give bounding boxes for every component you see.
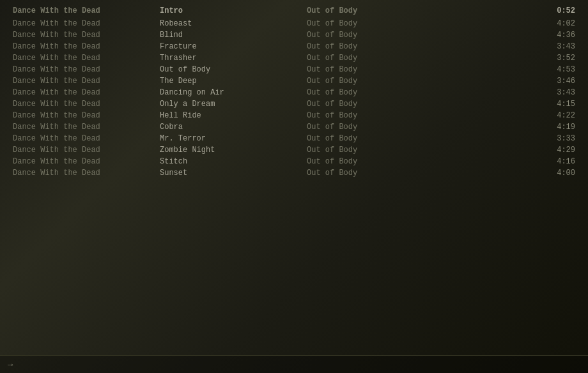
track-duration: 3:33 (454, 134, 575, 143)
track-album: Out of Body (307, 134, 454, 143)
track-artist: Dance With the Dead (13, 88, 160, 97)
track-row[interactable]: Dance With the Dead Mr. Terror Out of Bo… (0, 133, 588, 144)
track-duration: 4:16 (454, 157, 575, 166)
track-album: Out of Body (307, 100, 454, 109)
track-album: Out of Body (307, 169, 454, 178)
track-title: Thrasher (160, 54, 307, 63)
track-row[interactable]: Dance With the Dead Robeast Out of Body … (0, 18, 588, 29)
track-duration: 4:02 (454, 19, 575, 28)
track-title: Out of Body (160, 65, 307, 74)
track-title: Hell Ride (160, 111, 307, 120)
track-title: Dancing on Air (160, 88, 307, 97)
track-row[interactable]: Dance With the Dead Zombie Night Out of … (0, 144, 588, 156)
track-duration: 3:43 (454, 42, 575, 51)
header-artist: Dance With the Dead (13, 6, 160, 15)
track-artist: Dance With the Dead (13, 157, 160, 166)
arrow-icon: → (8, 360, 13, 370)
track-album: Out of Body (307, 77, 454, 86)
track-row[interactable]: Dance With the Dead Hell Ride Out of Bod… (0, 110, 588, 121)
track-album: Out of Body (307, 111, 454, 120)
track-duration: 4:15 (454, 100, 575, 109)
track-artist: Dance With the Dead (13, 31, 160, 40)
track-album: Out of Body (307, 65, 454, 74)
track-row[interactable]: Dance With the Dead Cobra Out of Body 4:… (0, 121, 588, 133)
track-artist: Dance With the Dead (13, 42, 160, 51)
header-duration: 0:52 (454, 6, 575, 15)
track-album: Out of Body (307, 19, 454, 28)
track-album: Out of Body (307, 88, 454, 97)
track-duration: 4:29 (454, 146, 575, 155)
track-duration: 4:19 (454, 123, 575, 132)
track-title: Mr. Terror (160, 134, 307, 143)
track-row[interactable]: Dance With the Dead Thrasher Out of Body… (0, 52, 588, 64)
track-artist: Dance With the Dead (13, 100, 160, 109)
track-list: Dance With the Dead Intro Out of Body 0:… (0, 0, 588, 184)
track-artist: Dance With the Dead (13, 111, 160, 120)
track-title: Robeast (160, 19, 307, 28)
track-duration: 4:53 (454, 65, 575, 74)
track-artist: Dance With the Dead (13, 146, 160, 155)
track-album: Out of Body (307, 42, 454, 51)
track-artist: Dance With the Dead (13, 123, 160, 132)
track-row[interactable]: Dance With the Dead Fracture Out of Body… (0, 41, 588, 52)
track-artist: Dance With the Dead (13, 134, 160, 143)
track-row[interactable]: Dance With the Dead Sunset Out of Body 4… (0, 167, 588, 179)
track-row[interactable]: Dance With the Dead Stitch Out of Body 4… (0, 156, 588, 167)
header-album: Out of Body (307, 6, 454, 15)
track-duration: 4:22 (454, 111, 575, 120)
track-row[interactable]: Dance With the Dead Dancing on Air Out o… (0, 87, 588, 98)
track-duration: 4:00 (454, 169, 575, 178)
track-row[interactable]: Dance With the Dead Only a Dream Out of … (0, 98, 588, 110)
track-artist: Dance With the Dead (13, 19, 160, 28)
track-duration: 3:52 (454, 54, 575, 63)
track-row[interactable]: Dance With the Dead The Deep Out of Body… (0, 75, 588, 87)
track-title: Only a Dream (160, 100, 307, 109)
track-row[interactable]: Dance With the Dead Blind Out of Body 4:… (0, 29, 588, 41)
track-artist: Dance With the Dead (13, 54, 160, 63)
track-duration: 3:46 (454, 77, 575, 86)
track-album: Out of Body (307, 146, 454, 155)
track-duration: 4:36 (454, 31, 575, 40)
track-title: Fracture (160, 42, 307, 51)
track-album: Out of Body (307, 31, 454, 40)
track-title: Sunset (160, 169, 307, 178)
track-artist: Dance With the Dead (13, 65, 160, 74)
track-album: Out of Body (307, 157, 454, 166)
track-artist: Dance With the Dead (13, 77, 160, 86)
track-title: Blind (160, 31, 307, 40)
track-title: The Deep (160, 77, 307, 86)
track-row-header: Dance With the Dead Intro Out of Body 0:… (0, 5, 588, 17)
track-album: Out of Body (307, 123, 454, 132)
track-artist: Dance With the Dead (13, 169, 160, 178)
track-title: Zombie Night (160, 146, 307, 155)
track-album: Out of Body (307, 54, 454, 63)
track-title: Cobra (160, 123, 307, 132)
track-row[interactable]: Dance With the Dead Out of Body Out of B… (0, 64, 588, 75)
track-duration: 3:43 (454, 88, 575, 97)
bottom-bar: → (0, 355, 588, 373)
track-title: Stitch (160, 157, 307, 166)
header-title: Intro (160, 6, 307, 15)
